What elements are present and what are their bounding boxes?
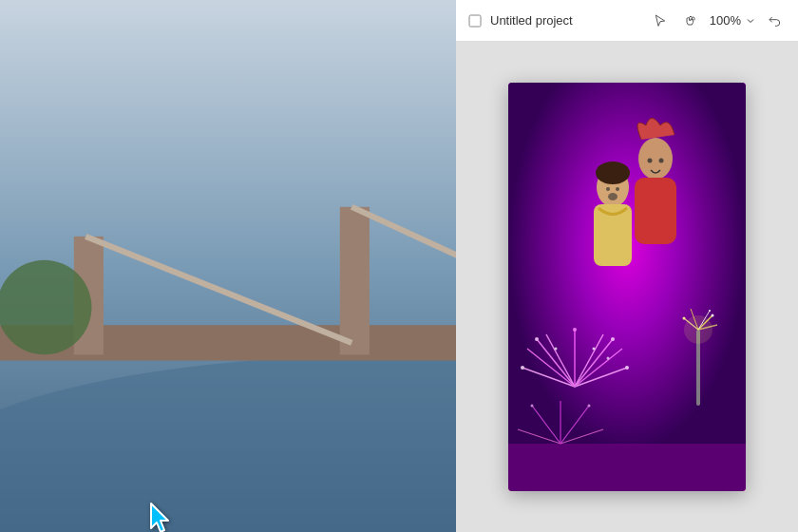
svg-point-74 <box>611 337 615 341</box>
toolbar-left: Untitled project <box>467 13 573 28</box>
canvas-wrapper <box>456 42 798 532</box>
svg-point-77 <box>521 366 524 370</box>
svg-point-79 <box>593 348 596 351</box>
svg-point-98 <box>608 193 618 200</box>
svg-point-97 <box>616 187 619 191</box>
svg-rect-64 <box>508 83 746 491</box>
svg-point-96 <box>606 187 610 191</box>
project-name: Untitled project <box>490 13 573 28</box>
svg-point-94 <box>596 162 630 184</box>
svg-point-106 <box>712 314 714 317</box>
svg-point-91 <box>648 159 653 163</box>
svg-rect-109 <box>508 444 746 491</box>
svg-point-107 <box>683 317 686 320</box>
recommended-photo-4[interactable] <box>303 343 445 428</box>
cursor-tool-button[interactable] <box>649 10 672 32</box>
svg-point-80 <box>555 348 558 351</box>
panel-content: Recents View all › <box>142 83 456 532</box>
svg-rect-54 <box>142 325 456 360</box>
svg-point-81 <box>607 357 610 360</box>
svg-point-108 <box>709 310 711 312</box>
canvas-area: Untitled project 100% Backg... <box>456 0 798 532</box>
svg-point-53 <box>142 354 456 532</box>
toolbar-right: 100% <box>649 10 787 32</box>
zoom-control[interactable]: 100% <box>710 13 756 28</box>
svg-point-88 <box>531 405 534 408</box>
svg-point-78 <box>573 328 577 332</box>
recommended-grid <box>154 250 445 428</box>
hand-tool-button[interactable] <box>679 10 702 32</box>
zoom-level: 100% <box>710 13 741 28</box>
undo-button[interactable] <box>764 10 787 32</box>
svg-rect-56 <box>340 207 370 355</box>
svg-point-75 <box>535 337 539 341</box>
svg-point-76 <box>625 366 629 370</box>
svg-rect-90 <box>635 178 676 244</box>
canvas-image[interactable] <box>508 83 746 491</box>
photos-panel: background white nature Recents View all <box>142 0 456 532</box>
svg-point-87 <box>588 405 591 408</box>
canvas-toolbar: Untitled project 100% <box>456 0 798 42</box>
canvas-icon <box>467 13 483 28</box>
canvas-main <box>508 83 746 491</box>
svg-point-92 <box>659 159 664 163</box>
svg-rect-62 <box>469 15 481 27</box>
